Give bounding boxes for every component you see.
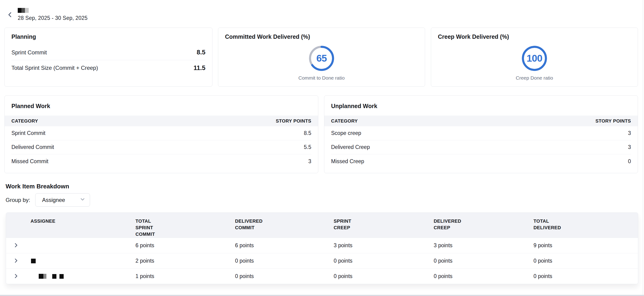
column-header-sprint-creep: SPRINT CREEP	[334, 218, 434, 238]
column-header-story-points: STORY POINTS	[276, 118, 311, 124]
column-header-delivered-commit: DELIVERED COMMIT	[235, 218, 334, 238]
planned-work-card: Planned Work CATEGORY STORY POINTS Sprin…	[4, 96, 318, 173]
column-header-category: CATEGORY	[331, 118, 358, 124]
total-delivered-cell: 0 points	[534, 273, 638, 279]
table-row: 6 points 6 points 3 points 3 points 9 po…	[6, 238, 638, 253]
chevron-left-icon	[7, 16, 14, 19]
assignee-redacted	[23, 259, 136, 263]
planning-row-sprint-commit: Sprint Commit 8.5	[12, 45, 206, 60]
table-row: Delivered Commit 5.5	[12, 140, 311, 154]
committed-gauge-caption: Commit to Done ratio	[298, 75, 344, 81]
column-header-total-delivered: TOTAL DELIVERED	[534, 218, 638, 238]
category-cell: Scope creep	[331, 130, 361, 136]
category-cell: Sprint Commit	[12, 130, 46, 136]
committed-card-title: Committed Work Delivered (%)	[225, 33, 418, 40]
planning-row-total-sprint-size: Total Sprint Size (Commit + Creep) 11.5	[12, 60, 206, 76]
back-button[interactable]	[6, 10, 15, 20]
group-by-label: Group by:	[6, 197, 30, 203]
delivered-commit-cell: 6 points	[235, 242, 334, 249]
breakdown-table: ASSIGNEE TOTAL SPRINT COMMIT DELIVERED C…	[6, 212, 638, 284]
table-row: Scope creep 3	[331, 126, 631, 140]
planned-work-title: Planned Work	[5, 96, 318, 116]
table-row: 1 points 0 points 0 points 0 points 0 po…	[6, 268, 638, 284]
creep-gauge-value: 100	[521, 45, 548, 72]
points-cell: 3	[308, 158, 311, 165]
points-cell: 0	[628, 158, 631, 165]
points-cell: 3	[628, 144, 631, 150]
column-header-category: CATEGORY	[12, 118, 38, 124]
planning-row-value: 11.5	[194, 64, 206, 72]
planning-card-title: Planning	[12, 33, 206, 40]
breakdown-table-header: ASSIGNEE TOTAL SPRINT COMMIT DELIVERED C…	[6, 213, 638, 238]
points-cell: 5.5	[304, 144, 311, 150]
delivered-creep-cell: 0 points	[434, 258, 534, 264]
delivered-creep-cell: 3 points	[434, 242, 534, 249]
group-by-selected-value: Assignee	[42, 197, 65, 203]
creep-gauge-caption: Creep Done ratio	[516, 75, 553, 81]
category-cell: Missed Commit	[12, 158, 48, 165]
unplanned-work-card: Unplanned Work CATEGORY STORY POINTS Sco…	[324, 96, 638, 173]
expand-row-button[interactable]	[6, 273, 23, 280]
column-header-story-points: STORY POINTS	[596, 118, 631, 124]
creep-card-title: Creep Work Delivered (%)	[438, 33, 631, 40]
planning-row-value: 8.5	[196, 49, 206, 56]
sprint-creep-cell: 0 points	[334, 258, 434, 264]
column-header-assignee: ASSIGNEE	[23, 218, 136, 238]
category-cell: Delivered Commit	[12, 144, 54, 150]
group-by-control: Group by: Assignee	[6, 193, 90, 207]
total-sprint-commit-cell: 6 points	[136, 242, 235, 249]
group-by-dropdown[interactable]: Assignee	[35, 193, 90, 207]
bottom-divider	[0, 295, 644, 296]
table-row: Missed Commit 3	[12, 154, 311, 168]
table-row: Missed Creep 0	[331, 154, 631, 168]
unplanned-work-title: Unplanned Work	[324, 96, 638, 116]
column-header-delivered-creep: DELIVERED CREEP	[434, 218, 534, 238]
category-cell: Missed Creep	[331, 158, 364, 165]
unplanned-work-header-row: CATEGORY STORY POINTS	[324, 116, 638, 126]
creep-gauge: 100	[521, 45, 548, 72]
committed-gauge-value: 65	[308, 45, 335, 72]
sprint-date-range: 28 Sep, 2025 - 30 Sep, 2025	[18, 15, 88, 21]
delivered-creep-cell: 0 points	[434, 273, 534, 279]
chevron-right-icon	[13, 273, 19, 280]
points-cell: 8.5	[304, 130, 311, 136]
chevron-down-icon	[80, 196, 86, 204]
expand-row-button[interactable]	[6, 242, 23, 249]
delivered-commit-cell: 0 points	[235, 273, 334, 279]
total-delivered-cell: 0 points	[534, 258, 638, 264]
chevron-right-icon	[13, 242, 19, 249]
delivered-commit-cell: 0 points	[235, 258, 334, 264]
planned-work-header-row: CATEGORY STORY POINTS	[5, 116, 318, 126]
total-sprint-commit-cell: 2 points	[136, 258, 235, 264]
sprint-creep-cell: 3 points	[334, 242, 434, 249]
column-header-expander	[6, 218, 23, 238]
sprint-creep-cell: 0 points	[334, 273, 434, 279]
expand-row-button[interactable]	[6, 258, 23, 264]
table-row: Delivered Creep 3	[331, 140, 631, 154]
page-header: 28 Sep, 2025 - 30 Sep, 2025	[6, 7, 88, 21]
chevron-right-icon	[13, 258, 19, 264]
committed-gauge: 65	[308, 45, 335, 72]
planning-row-label: Sprint Commit	[12, 49, 47, 56]
breakdown-section-title: Work Item Breakdown	[6, 183, 69, 190]
creep-work-card: Creep Work Delivered (%) 100 Creep Done …	[431, 28, 638, 87]
planning-card: Planning Sprint Commit 8.5 Total Sprint …	[4, 28, 212, 87]
column-header-total-sprint-commit: TOTAL SPRINT COMMIT	[136, 218, 235, 238]
scrollbar-track-divider	[643, 0, 643, 296]
category-cell: Delivered Creep	[331, 144, 370, 150]
committed-work-card: Committed Work Delivered (%) 65 Commit t…	[218, 28, 425, 87]
sprint-title-redacted	[18, 8, 88, 13]
total-sprint-commit-cell: 1 points	[136, 273, 235, 279]
planning-row-label: Total Sprint Size (Commit + Creep)	[12, 65, 98, 71]
points-cell: 3	[628, 130, 631, 136]
table-row: Sprint Commit 8.5	[12, 126, 311, 140]
table-row: 2 points 0 points 0 points 0 points 0 po…	[6, 253, 638, 268]
assignee-redacted	[23, 274, 136, 279]
total-delivered-cell: 9 points	[534, 242, 638, 249]
